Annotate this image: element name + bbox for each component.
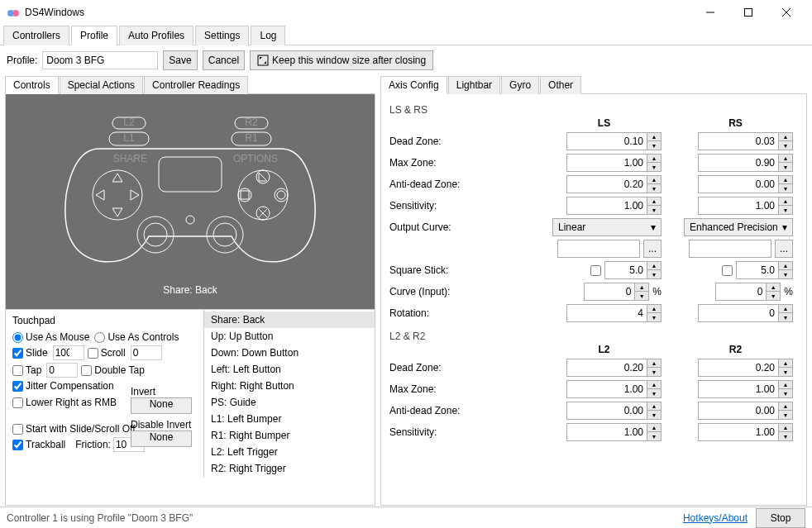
- spin-input[interactable]: ▲▼: [698, 154, 793, 172]
- spin-input[interactable]: ▲▼: [566, 423, 662, 441]
- curve-rs-textbox[interactable]: [689, 240, 771, 258]
- mapping-item[interactable]: Up: Up Button: [204, 328, 375, 345]
- stop-button[interactable]: Stop: [756, 508, 805, 528]
- mapping-list[interactable]: Share: BackUp: Up ButtonDown: Down Butto…: [204, 310, 375, 478]
- window-title: DS4Windows: [25, 7, 691, 18]
- cancel-button[interactable]: Cancel: [203, 50, 245, 70]
- spin-input[interactable]: ▲▼: [566, 154, 662, 172]
- spin-input[interactable]: ▲▼: [698, 197, 793, 215]
- config-row: Anti-dead Zone:▲▼▲▼: [389, 402, 801, 420]
- curve-input-label: Curve (Input):: [389, 286, 538, 297]
- tap-input[interactable]: [46, 363, 78, 378]
- svg-text:L1: L1: [123, 132, 135, 144]
- svg-point-30: [207, 216, 243, 253]
- svg-text:L2: L2: [123, 117, 135, 128]
- spin-input[interactable]: ▲▼: [698, 132, 793, 150]
- spin-input[interactable]: ▲▼: [698, 423, 793, 441]
- maximize-button[interactable]: [729, 0, 767, 25]
- subtab-axis-config[interactable]: Axis Config: [380, 76, 447, 94]
- mapping-item[interactable]: R1: Right Bumper: [204, 427, 375, 444]
- curve-rs-browse-button[interactable]: ...: [775, 240, 793, 258]
- svg-point-24: [238, 188, 251, 202]
- square-stick-rs-spin[interactable]: ▲▼: [736, 261, 793, 279]
- tab-settings[interactable]: Settings: [195, 26, 249, 45]
- spin-input[interactable]: ▲▼: [698, 175, 793, 193]
- square-stick-rs-checkbox[interactable]: [722, 265, 733, 276]
- curve-ls-browse-button[interactable]: ...: [643, 240, 662, 258]
- mapping-item[interactable]: Share: Back: [204, 312, 375, 328]
- lower-right-rmb-checkbox[interactable]: Lower Right as RMB: [12, 397, 117, 408]
- scroll-input[interactable]: [131, 345, 162, 360]
- tap-checkbox[interactable]: Tap: [12, 364, 41, 376]
- curve-input-ls-spin[interactable]: ▲▼: [584, 283, 649, 301]
- disable-invert-combo[interactable]: None: [131, 430, 192, 447]
- profile-name-input[interactable]: [42, 51, 158, 69]
- slide-input[interactable]: [53, 345, 84, 360]
- titlebar: DS4Windows: [0, 0, 812, 25]
- mapping-item[interactable]: PS: Guide: [204, 394, 375, 411]
- subtab-lightbar[interactable]: Lightbar: [448, 76, 500, 94]
- use-as-controls-radio[interactable]: Use As Controls: [94, 331, 179, 343]
- mapping-item[interactable]: Down: Down Button: [204, 345, 375, 361]
- tab-profile[interactable]: Profile: [71, 26, 117, 45]
- subtab-gyro[interactable]: Gyro: [501, 76, 539, 94]
- scroll-checkbox[interactable]: Scroll: [88, 347, 126, 359]
- keep-window-size-label: Keep this window size after closing: [272, 55, 426, 66]
- subtab-controls[interactable]: Controls: [5, 76, 59, 94]
- spin-input[interactable]: ▲▼: [566, 380, 662, 398]
- use-as-mouse-radio[interactable]: Use As Mouse: [12, 331, 89, 343]
- hotkeys-about-link[interactable]: Hotkeys/About: [683, 512, 748, 524]
- controller-diagram[interactable]: L2 R2 L1 R1 SHARE OPTIONS: [6, 94, 375, 309]
- jitter-checkbox[interactable]: Jitter Compensation: [12, 380, 114, 392]
- rotation-ls-spin[interactable]: ▲▼: [566, 304, 662, 322]
- profile-label: Profile:: [7, 55, 37, 66]
- rotation-rs-spin[interactable]: ▲▼: [698, 304, 793, 322]
- r2-header: R2: [670, 344, 801, 355]
- output-curve-rs-combo[interactable]: Enhanced Precision▾: [684, 218, 793, 236]
- double-tap-checkbox[interactable]: Double Tap: [81, 364, 145, 376]
- mapping-item[interactable]: R2: Right Trigger: [204, 460, 375, 477]
- touchpad-group-label: Touchpad: [12, 315, 197, 326]
- spin-input[interactable]: ▲▼: [566, 132, 662, 150]
- mapping-item[interactable]: Right: Right Button: [204, 378, 375, 394]
- config-row: Sensitivity:▲▼▲▼: [389, 423, 801, 441]
- curve-input-rs-spin[interactable]: ▲▼: [715, 283, 781, 301]
- tab-auto-profiles[interactable]: Auto Profiles: [119, 26, 193, 45]
- l2-header: L2: [538, 344, 670, 355]
- ls-header: LS: [538, 117, 670, 129]
- square-stick-ls-checkbox[interactable]: [590, 265, 601, 276]
- minimize-button[interactable]: [691, 0, 729, 25]
- trackball-checkbox[interactable]: Trackball: [12, 439, 65, 450]
- config-label: Max Zone:: [389, 157, 538, 169]
- spin-input[interactable]: ▲▼: [698, 359, 793, 377]
- config-label: Sensitivity:: [389, 426, 538, 438]
- config-label: Anti-dead Zone:: [389, 178, 538, 190]
- subtab-controller-readings[interactable]: Controller Readings: [144, 76, 248, 94]
- spin-input[interactable]: ▲▼: [566, 359, 662, 377]
- config-label: Sensitivity:: [389, 200, 538, 212]
- start-slide-scroll-off-checkbox[interactable]: Start with Slide/Scroll Off: [12, 423, 136, 435]
- mapping-item[interactable]: L1: Left Bumper: [204, 411, 375, 427]
- slide-checkbox[interactable]: Slide: [12, 347, 48, 359]
- save-button[interactable]: Save: [163, 50, 197, 70]
- mapping-item[interactable]: Left: Left Button: [204, 361, 375, 378]
- spin-input[interactable]: ▲▼: [698, 380, 793, 398]
- spin-input[interactable]: ▲▼: [698, 402, 793, 420]
- profile-row: Profile: Save Cancel Keep this window si…: [0, 45, 812, 75]
- config-row: Dead Zone:▲▼▲▼: [389, 132, 801, 150]
- keep-window-size-button[interactable]: Keep this window size after closing: [250, 50, 433, 70]
- tab-log[interactable]: Log: [251, 26, 285, 45]
- axis-config-pane: LS & RS LS RS Dead Zone:▲▼▲▼Max Zone:▲▼▲…: [380, 94, 807, 506]
- spin-input[interactable]: ▲▼: [566, 175, 662, 193]
- spin-input[interactable]: ▲▼: [566, 402, 662, 420]
- square-stick-ls-spin[interactable]: ▲▼: [604, 261, 662, 279]
- subtab-special-actions[interactable]: Special Actions: [60, 76, 143, 94]
- mapping-item[interactable]: L2: Left Trigger: [204, 444, 375, 460]
- curve-ls-textbox[interactable]: [557, 240, 640, 258]
- output-curve-ls-combo[interactable]: Linear▾: [552, 218, 662, 236]
- spin-input[interactable]: ▲▼: [566, 197, 662, 215]
- subtab-other[interactable]: Other: [540, 76, 581, 94]
- tab-controllers[interactable]: Controllers: [3, 26, 69, 45]
- invert-combo[interactable]: None: [131, 397, 192, 414]
- close-button[interactable]: [767, 0, 805, 25]
